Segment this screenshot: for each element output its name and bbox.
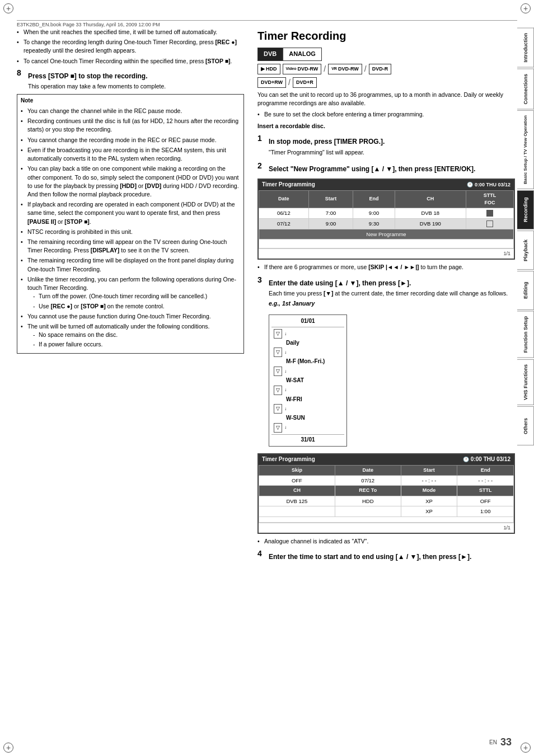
sidebar-tab-function-setup[interactable]: Function Setup bbox=[517, 311, 534, 358]
note-item: You can change the channel while in the … bbox=[21, 107, 240, 115]
sidebar-tab-basic-setup[interactable]: Basic Setup / TV View Operation bbox=[517, 110, 534, 189]
col2-sttl: STTL bbox=[457, 486, 514, 496]
new-programme-label: New Programme bbox=[259, 229, 514, 240]
page-number-area: EN 33 bbox=[489, 736, 512, 748]
cell-date: 07/12 bbox=[335, 475, 401, 486]
page-title: Timer Recording bbox=[257, 28, 515, 44]
step-3-eg: e.g., 1st January bbox=[269, 299, 515, 308]
mf-label: M-F (Mon.-Fri.) bbox=[286, 358, 325, 366]
col-ch: CH bbox=[395, 190, 466, 208]
disc-dvd-rw-vr: VRDVD-RW bbox=[328, 64, 362, 74]
sidebar-tab-vhs-functions[interactable]: VHS Functions bbox=[517, 359, 534, 405]
step-4-heading: Enter the time to start and to end using… bbox=[269, 552, 515, 562]
step-3-content: Enter the date using [▲ / ▼], then press… bbox=[269, 274, 515, 308]
note-item: Unlike the timer recording, you can perf… bbox=[21, 275, 240, 311]
intro-bullets: When the unit reaches the specified time… bbox=[17, 28, 244, 65]
cell-recto: HDD bbox=[335, 496, 401, 506]
skip-bullet-list: If there are 6 programmes or more, use [… bbox=[257, 263, 515, 271]
cell-start: - - : - - bbox=[401, 475, 457, 486]
sidebar-tab-connections[interactable]: Connections bbox=[517, 69, 534, 110]
step-8-content: Press [STOP ■] to stop the recording. Th… bbox=[28, 67, 244, 91]
date-arrow-row5: ▽ ↓ bbox=[274, 404, 287, 414]
disc-dvd-r: DVD-R bbox=[369, 64, 392, 74]
daily-label: Daily bbox=[286, 339, 299, 348]
analogue-note: Analogue channel is indicated as "ATV". bbox=[257, 537, 515, 546]
arrow-line2: ↓ bbox=[284, 349, 287, 356]
sidebar-tab-playback[interactable]: Playback bbox=[517, 231, 534, 270]
col2-recto: REC To bbox=[335, 486, 401, 496]
sub-bullet: Use [REC ●] or [STOP ■] on the remote co… bbox=[27, 302, 240, 311]
note-item: The remaining recording time will be dis… bbox=[21, 256, 240, 273]
left-column: When the unit reaches the specified time… bbox=[17, 28, 252, 734]
cell-end: 9:30 bbox=[353, 218, 395, 229]
note-list: You can change the channel while in the … bbox=[21, 107, 240, 349]
disc-slash2: / bbox=[364, 63, 367, 74]
step-3-sub: Each time you press [▼] at the current d… bbox=[269, 289, 515, 298]
sub-bullet: No space remains on the disc. bbox=[27, 331, 240, 339]
date-sequence: ▽ ↓ Daily ▽ ↓ M-F (Mon.-Fri.) ▽ ↓ W-SAT bbox=[271, 328, 344, 433]
timer-table-1-clock: 🕐 0:00 THU 03/12 bbox=[467, 181, 510, 189]
col-date: Date bbox=[259, 190, 309, 208]
note-item: The unit will be turned off automaticall… bbox=[21, 322, 240, 349]
sidebar-tab-recording[interactable]: Recording bbox=[517, 190, 534, 229]
table-row-headers2: CH REC To Mode STTL bbox=[259, 486, 514, 496]
sidebar-tab-introduction[interactable]: Introduction bbox=[517, 28, 534, 68]
cell-mode: XP bbox=[401, 496, 457, 506]
cell-skip: OFF bbox=[259, 475, 335, 486]
note-item: NTSC recording is prohibited in this uni… bbox=[21, 228, 240, 236]
step-2: 2 Select "New Programme" using [▲ / ▼], … bbox=[257, 160, 515, 175]
sidebar-tab-others[interactable]: Others bbox=[517, 406, 534, 445]
note-item: The remaining recording time will appear… bbox=[21, 238, 240, 255]
wfri-label: W-FRI bbox=[286, 396, 302, 404]
note-item: Recording continues until the disc is fu… bbox=[21, 117, 240, 134]
date-bottom: 31/01 bbox=[271, 434, 344, 444]
arrow-line5: ↓ bbox=[284, 406, 287, 412]
down-arrow-box6: ▽ bbox=[274, 423, 282, 433]
step-8-heading: Press [STOP ■] to stop the recording. bbox=[28, 72, 244, 81]
timer-table-2-footer: 1/1 bbox=[259, 523, 514, 533]
page-en-label: EN bbox=[489, 739, 497, 745]
analog-button[interactable]: ANALOG bbox=[283, 48, 322, 61]
date-arrow-row3: ▽ ↓ bbox=[274, 367, 287, 376]
new-programme-row: New Programme bbox=[259, 229, 514, 240]
right-column: Timer Recording DVB ANALOG ▶HDD VideoDVD… bbox=[252, 28, 515, 734]
wsat-label: W-SAT bbox=[286, 377, 304, 385]
step-1-sub: "Timer Programming" list will appear. bbox=[269, 148, 515, 157]
cell-xp: XP bbox=[401, 506, 457, 517]
bullet-item: To cancel One-touch Timer Recording with… bbox=[17, 57, 244, 65]
down-arrow-box4: ▽ bbox=[274, 386, 282, 395]
cell-start: 7:00 bbox=[308, 208, 353, 219]
intro-text: You can set the unit to record up to 36 … bbox=[257, 91, 515, 107]
step-1-number: 1 bbox=[257, 133, 265, 157]
col2-mode: Mode bbox=[401, 486, 457, 496]
sidebar-tab-editing[interactable]: Editing bbox=[517, 271, 534, 310]
note-title: Note bbox=[21, 97, 240, 105]
timer-table-2-header: Timer Programming 🕐 0:00 THU 03/12 bbox=[259, 454, 514, 465]
dvb-button[interactable]: DVB bbox=[257, 48, 283, 61]
step-4: 4 Enter the time to start and to end usi… bbox=[257, 548, 515, 563]
step-3-number: 3 bbox=[257, 274, 265, 308]
right-sidebar: Introduction Connections Basic Setup / T… bbox=[517, 28, 534, 728]
cell-sttl: OFF bbox=[457, 496, 514, 506]
step-2-number: 2 bbox=[257, 160, 265, 175]
col-skip: Skip bbox=[259, 465, 335, 475]
cell-check bbox=[466, 208, 513, 219]
cell-date: 06/12 bbox=[259, 208, 309, 219]
corner-mark-br bbox=[521, 743, 531, 753]
cell-start: 9:00 bbox=[308, 218, 353, 229]
down-arrow-box: ▽ bbox=[274, 329, 282, 339]
cell-end: 9:00 bbox=[353, 208, 395, 219]
step-8-number: 8 bbox=[17, 67, 25, 91]
empty-row2 bbox=[259, 517, 514, 523]
timer-table-1-footer: 1/1 bbox=[259, 248, 514, 259]
down-arrow-box5: ▽ bbox=[274, 404, 282, 414]
arrow-line3: ↓ bbox=[284, 368, 287, 375]
disc-hdd: ▶HDD bbox=[257, 64, 280, 74]
col2-ch: CH bbox=[259, 486, 335, 496]
date-diagram: 01/01 ▽ ↓ Daily ▽ ↓ M-F (Mon.-Fri.) ▽ ↓ bbox=[269, 311, 515, 450]
corner-mark-tl bbox=[3, 3, 13, 13]
page-number: 33 bbox=[500, 736, 512, 748]
step-2-heading: Select "New Programme" using [▲ / ▼], th… bbox=[269, 165, 515, 174]
sub-bullet: Turn off the power. (One-touch timer rec… bbox=[27, 292, 240, 300]
skip-bullet: If there are 6 programmes or more, use [… bbox=[257, 263, 515, 271]
